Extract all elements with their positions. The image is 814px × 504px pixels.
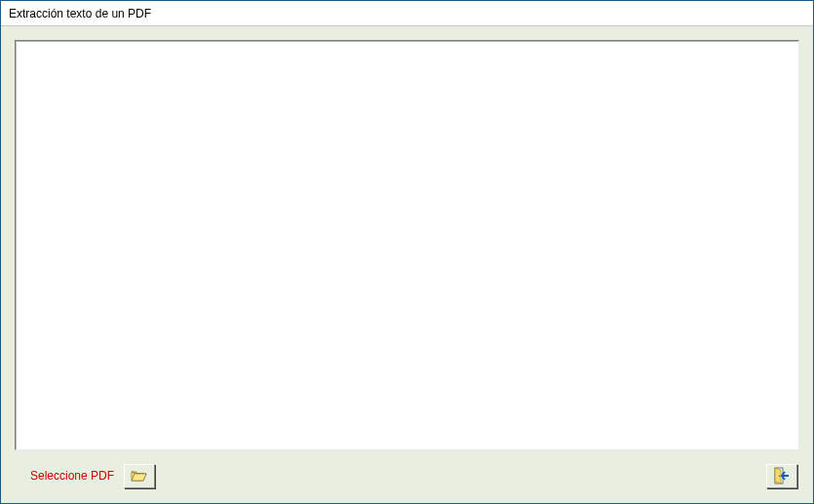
exit-door-icon [773, 467, 791, 485]
bottom-toolbar: Seleccione PDF [15, 450, 799, 493]
open-folder-icon [131, 469, 148, 483]
client-area: Seleccione PDF [1, 26, 813, 503]
window-titlebar: Extracción texto de un PDF [1, 1, 813, 26]
select-pdf-label: Seleccione PDF [30, 469, 114, 483]
open-pdf-button[interactable] [124, 464, 155, 488]
select-pdf-group: Seleccione PDF [30, 464, 155, 488]
extracted-text-output[interactable] [15, 40, 799, 450]
app-window: Extracción texto de un PDF Seleccione PD… [0, 0, 814, 504]
svg-point-1 [779, 476, 780, 477]
window-title: Extracción texto de un PDF [9, 7, 151, 20]
exit-button[interactable] [766, 464, 797, 488]
